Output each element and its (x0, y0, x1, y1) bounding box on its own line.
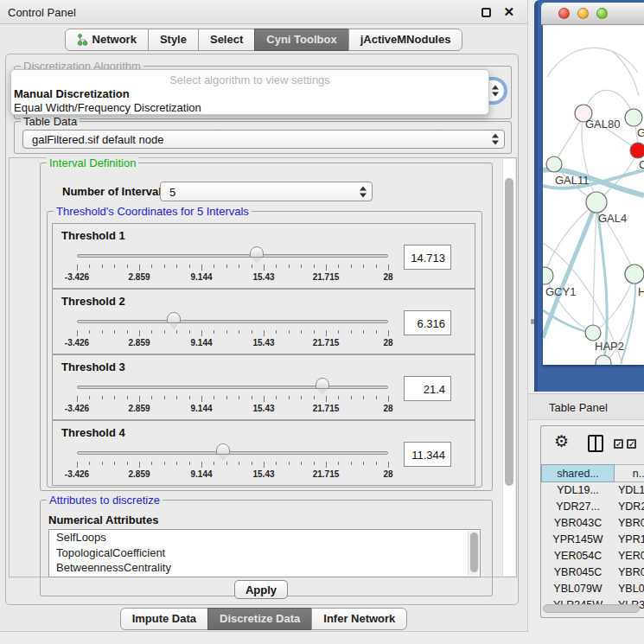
tab-label: Style (160, 33, 187, 46)
slider-thumb[interactable] (316, 378, 329, 389)
column-layout-icon[interactable] (588, 435, 603, 452)
number-of-intervals-combobox[interactable]: 5 (160, 182, 373, 201)
number-of-intervals-label: Number of Intervals (62, 185, 168, 198)
screen: Control Panel ✕ Network Style (0, 0, 644, 644)
slider-track[interactable] (77, 254, 388, 258)
tab-label: Network (92, 33, 137, 46)
slider-track[interactable] (77, 320, 388, 323)
popup-placeholder: Select algorithm to view settings (11, 73, 488, 86)
node-gal4[interactable] (586, 192, 607, 213)
scale-labels: -3.4262.8599.14415.4321.71528 (53, 272, 475, 283)
table-panel-title: Table Panel (549, 401, 608, 414)
node-label: G (637, 126, 644, 139)
tab-network[interactable]: Network (65, 29, 149, 51)
table-row[interactable]: YIL052CYIL0... (541, 614, 644, 618)
node-gal11[interactable] (546, 156, 562, 172)
tab-style[interactable]: Style (148, 29, 199, 51)
checkbox-icon[interactable]: ✓ (627, 439, 636, 449)
combo-value: galFiltered.sif default node (32, 133, 163, 146)
group-title: Threshold's Coordinates for 5 Intervals (54, 205, 252, 218)
node-label: GCY1 (545, 285, 576, 298)
node-gcy1[interactable] (543, 267, 553, 284)
gear-icon[interactable]: ⚙ (554, 431, 569, 451)
node-partial-bottom[interactable] (596, 355, 611, 365)
table-data-combobox[interactable]: galFiltered.sif default node (22, 130, 505, 149)
algorithm-dropdown-popup: Select algorithm to view settings Manual… (10, 69, 489, 115)
zoom-traffic-light-icon[interactable] (596, 8, 608, 19)
list-item[interactable]: TopologicalCoefficient (49, 545, 480, 561)
close-icon[interactable]: ✕ (503, 4, 514, 20)
tab-infer-network[interactable]: Infer Network (311, 608, 407, 630)
scrollbar-thumb[interactable] (505, 178, 513, 486)
table-row[interactable]: YBR043CYBR0... (541, 515, 644, 532)
numerical-attributes-list[interactable]: SelfLoopsTopologicalCoefficientBetweenne… (48, 529, 481, 577)
column-header-name[interactable]: n... (615, 464, 644, 482)
node-label: GAL80 (585, 118, 620, 131)
tab-label: Cyni Toolbox (266, 33, 336, 46)
table-row[interactable]: YDL19...YDL1... (541, 482, 644, 499)
threshold-label: Threshold 1 (61, 229, 125, 242)
threshold-value-field[interactable]: 21.4 (404, 376, 451, 401)
page-title: Control Panel (8, 6, 76, 19)
threshold-value-field[interactable]: 6.316 (404, 310, 451, 335)
table-header-row: shared... n... (541, 464, 644, 482)
tab-impute-data[interactable]: Impute Data (120, 608, 208, 630)
tab-jactivemnodules[interactable]: jActiveMNodules (348, 29, 463, 51)
combo-stepper-icon (491, 86, 499, 97)
tab-label: jActiveMNodules (360, 33, 451, 46)
scale-labels: -3.4262.8599.14415.4321.71528 (53, 469, 475, 480)
node-partial-right[interactable] (625, 265, 644, 284)
tab-cyni-toolbox[interactable]: Cyni Toolbox (254, 29, 348, 51)
threshold-label: Threshold 3 (61, 360, 125, 373)
threshold-panel: Threshold 3-3.4262.8599.14415.4321.71528… (52, 354, 475, 420)
control-panel-window: Control Panel ✕ Network Style (0, 0, 528, 632)
node-selected-red[interactable] (630, 143, 644, 158)
table-row[interactable]: YER054CYER0... (541, 548, 644, 564)
table-row[interactable]: YBR045CYBR0... (541, 564, 644, 581)
menu-item-equal-width-frequency[interactable]: Equal Width/Frequency Discretization (14, 101, 486, 114)
table-row[interactable]: YPR145WYPR1... (541, 532, 644, 548)
column-header-shared-name[interactable]: shared... (541, 464, 615, 482)
list-item[interactable]: BetweennessCentrality (49, 560, 480, 576)
list-item[interactable]: SelfLoops (49, 530, 480, 545)
table-row[interactable]: YDR27...YDR2... (541, 499, 644, 515)
cyni-bottom-tabbar: Impute Data Discretize Data Infer Networ… (0, 608, 527, 630)
slider-thumb[interactable] (250, 246, 264, 258)
node-label: GAL4 (598, 212, 627, 225)
tab-label: Impute Data (132, 612, 196, 625)
checkbox-icon[interactable]: ✓ (614, 439, 623, 449)
control-panel-tabbar: Network Style Select Cyni Toolbox jActiv… (0, 29, 527, 51)
threshold-value-field[interactable]: 11.344 (404, 442, 451, 467)
minimize-traffic-light-icon[interactable] (577, 8, 589, 19)
threshold-value-field[interactable]: 14.713 (404, 245, 451, 270)
table-row[interactable]: YBL079WYBL0... (541, 581, 644, 597)
apply-button[interactable]: Apply (234, 580, 288, 599)
horizontal-scrollbar[interactable] (543, 604, 640, 613)
tab-discretize-data[interactable]: Discretize Data (207, 608, 312, 630)
combo-value: 5 (169, 185, 175, 198)
list-scrollbar[interactable] (468, 531, 479, 576)
table-panel: ⚙ ✓ ✓ shared... n... YDL19...YDL1...YDR2… (540, 425, 644, 618)
node-label: H (638, 285, 644, 298)
slider-track[interactable] (77, 386, 388, 389)
menu-item-manual-discretization[interactable]: Manual Discretization (14, 87, 486, 100)
network-canvas[interactable]: GAL80 G C GAL11 GAL4 GCY1 H HAP2 (543, 25, 644, 365)
control-panel-titlebar: Control Panel ✕ (0, 0, 527, 24)
node-label: GAL11 (555, 174, 590, 187)
tab-label: Select (210, 33, 243, 46)
tab-select[interactable]: Select (198, 29, 255, 51)
group-title: Interval Definition (47, 156, 138, 169)
slider-track[interactable] (77, 451, 388, 455)
tab-label: Infer Network (323, 612, 395, 625)
float-window-icon[interactable] (481, 8, 491, 17)
network-window-titlebar (541, 3, 644, 25)
settings-scrollbar[interactable] (502, 159, 515, 576)
threshold-panel: Threshold 1-3.4262.8599.14415.4321.71528… (52, 223, 475, 289)
slider-thumb[interactable] (167, 312, 181, 323)
close-traffic-light-icon[interactable] (558, 8, 570, 19)
table-rows: YDL19...YDL1...YDR27...YDR2...YBR043CYBR… (541, 482, 644, 618)
group-title: Table Data (21, 115, 80, 128)
slider-thumb[interactable] (216, 443, 230, 455)
node-hap2[interactable] (585, 325, 601, 341)
node-partial-top-right[interactable] (625, 109, 642, 126)
